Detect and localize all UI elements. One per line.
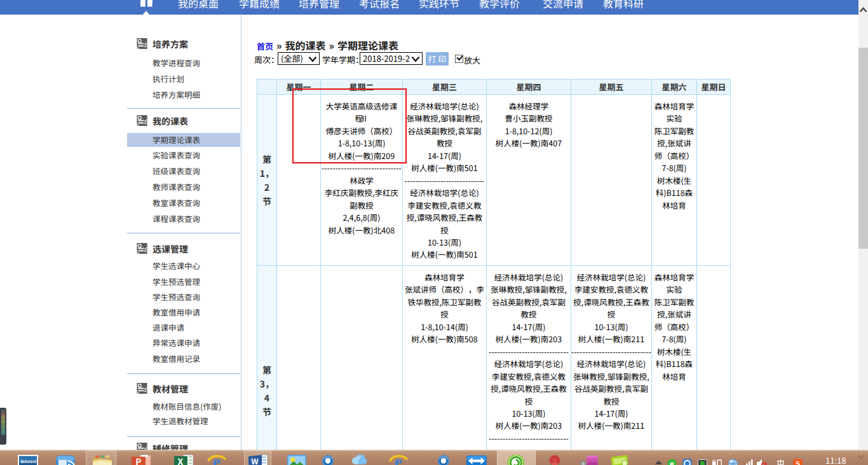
svg-text:W: W [251, 455, 259, 465]
svg-text:P: P [135, 455, 141, 465]
svg-text:X: X [178, 455, 184, 465]
svg-text:lenovo: lenovo [20, 457, 37, 464]
svg-text:e: e [670, 459, 674, 465]
svg-text:S: S [796, 459, 800, 465]
